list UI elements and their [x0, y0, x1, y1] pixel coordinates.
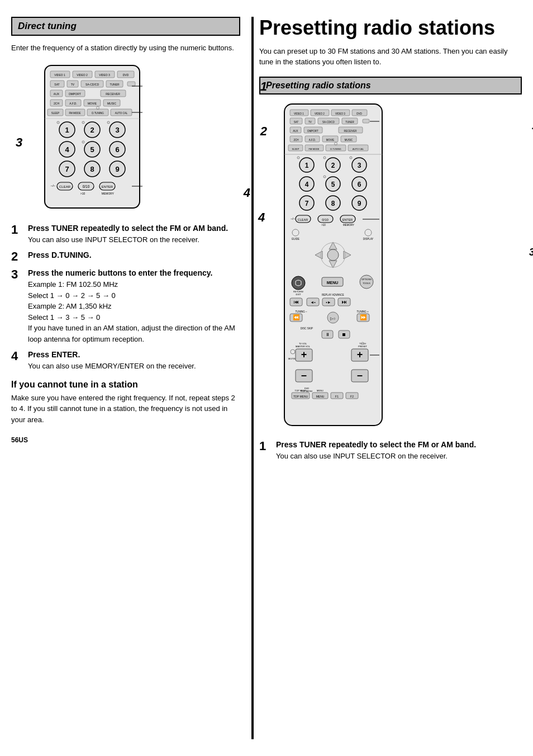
step-1-title: Press TUNER repeatedly to select the FM … [28, 224, 240, 233]
left-column: Direct tuning Enter the frequency of a s… [11, 17, 251, 739]
svg-text:–: – [301, 370, 307, 381]
svg-text:VIDEO 3: VIDEO 3 [335, 112, 345, 115]
step-4-body: You can also use MEMORY/ENTER on the rec… [28, 361, 240, 372]
page-title: Presetting radio stations [259, 17, 522, 39]
svg-text:AUX: AUX [54, 92, 60, 96]
svg-text:–: – [357, 370, 363, 381]
svg-text:–/–: –/– [51, 184, 56, 187]
svg-text:RECEIVER: RECEIVER [106, 92, 120, 96]
svg-text:7: 7 [65, 165, 69, 173]
right-step-1-num: 1 [259, 440, 266, 452]
page-number: 56US [11, 436, 240, 444]
svg-text:+: + [357, 349, 363, 360]
svg-text:DISC SKIP: DISC SKIP [301, 327, 313, 330]
svg-text:•►: •► [326, 300, 331, 304]
step-1-num: 1 [11, 224, 18, 236]
svg-text:2CH: 2CH [54, 102, 59, 105]
svg-text:MUSIC: MUSIC [345, 139, 353, 141]
svg-text:MENU: MENU [327, 281, 339, 285]
svg-text:9: 9 [358, 200, 361, 207]
sub-section-title: If you cannot tune in a station [11, 380, 240, 390]
svg-text:2CH: 2CH [293, 139, 298, 141]
svg-text:ENTER: ENTER [102, 185, 113, 188]
svg-text:TUNING +: TUNING + [356, 310, 368, 313]
svg-text:CLEAR: CLEAR [59, 185, 71, 188]
svg-text:⏮: ⏮ [294, 299, 299, 305]
svg-text:DMPORT: DMPORT [307, 130, 318, 133]
svg-text:AUX: AUX [293, 130, 298, 133]
step-4-num: 4 [11, 350, 18, 362]
svg-text:SA-CD/CD: SA-CD/CD [322, 121, 335, 124]
direct-tuning-header: Direct tuning [11, 17, 240, 36]
svg-text:EXIT: EXIT [296, 293, 301, 296]
svg-text:SLEEP: SLEEP [51, 112, 60, 115]
large-remote-diagram: VIDEO 1 VIDEO 2 VIDEO 3 DVD SAT TV SA-CD… [276, 101, 393, 431]
left-intro-text: Enter the frequency of a station directl… [11, 42, 240, 54]
presetting-header: Presetting radio stations [259, 77, 522, 94]
svg-text:4: 4 [305, 181, 309, 188]
step-4-title: Press ENTER. [28, 350, 240, 359]
svg-text:F2: F2 [350, 395, 354, 398]
sub-section-body: Make sure you have entered the right fre… [11, 393, 240, 426]
svg-text:VIDEO 1: VIDEO 1 [294, 112, 304, 115]
svg-text:OPTIONS: OPTIONS [361, 278, 372, 281]
step-4: 4 Press ENTER. You can also use MEMORY/E… [11, 350, 240, 372]
right-step-1-body: You can also use INPUT SELECTOR on the r… [276, 451, 522, 462]
svg-text:–/–: –/– [291, 217, 296, 220]
step-2-num: 2 [11, 251, 18, 263]
callout-label-3: 3 [16, 135, 22, 150]
svg-text:8: 8 [90, 165, 94, 173]
svg-text:◄•: ◄• [310, 300, 316, 304]
svg-text:0/10: 0/10 [322, 218, 329, 221]
svg-text:2: 2 [90, 126, 94, 134]
svg-text:MOVIE: MOVIE [326, 139, 335, 141]
svg-text:DISPLAY: DISPLAY [363, 238, 374, 240]
step-2: 2 Press D.TUNING. [11, 251, 240, 263]
right-callout-4: 4 [258, 210, 265, 225]
step-3-body: Example 1: FM 102.50 MHz Select 1 → 0 → … [28, 279, 240, 344]
svg-text:MEMORY: MEMORY [343, 224, 354, 226]
svg-text:5: 5 [90, 145, 94, 154]
svg-text:MUSIC: MUSIC [107, 102, 117, 105]
svg-text:D.TUNING: D.TUNING [330, 148, 341, 150]
svg-text:1: 1 [305, 162, 309, 169]
svg-text:DVD: DVD [123, 73, 129, 77]
svg-text:7: 7 [305, 200, 309, 207]
right-callout-35: 3,5 [529, 247, 533, 258]
svg-text:VIDEO 3: VIDEO 3 [99, 73, 110, 77]
svg-text:9: 9 [115, 165, 119, 173]
svg-text:TOP MENU: TOP MENU [293, 395, 308, 398]
svg-text:TUNING –: TUNING – [295, 310, 307, 313]
right-intro-text: You can preset up to 30 FM stations and … [259, 46, 522, 68]
svg-text:>10: >10 [80, 192, 85, 195]
callout-label-4: 4 [244, 186, 250, 200]
svg-text:0/10: 0/10 [83, 185, 90, 188]
svg-text:⏪: ⏪ [293, 314, 300, 321]
callout-label-2: 2 [260, 124, 267, 139]
svg-text:MEMORY: MEMORY [102, 192, 115, 195]
svg-text:FM MODE: FM MODE [69, 112, 80, 115]
step-1: 1 Press TUNER repeatedly to select the F… [11, 224, 240, 245]
svg-text:VIDEO 2: VIDEO 2 [315, 112, 325, 115]
callout-label-1: 1 [260, 79, 267, 94]
svg-text:D.TUNING: D.TUNING [92, 112, 104, 115]
svg-text:TOOLS: TOOLS [363, 282, 370, 285]
svg-text:ENTER: ENTER [342, 218, 353, 221]
svg-text:1: 1 [65, 126, 69, 134]
step-3-num: 3 [11, 268, 18, 281]
svg-text:6: 6 [358, 181, 361, 188]
svg-text:MENU: MENU [316, 395, 325, 398]
svg-point-159 [327, 249, 339, 261]
svg-text:SA-CD/CD: SA-CD/CD [85, 83, 99, 86]
step-3-title: Press the numeric buttons to enter the f… [28, 268, 240, 277]
svg-text:AUTO CAL: AUTO CAL [115, 112, 128, 115]
svg-text:A.F.D.: A.F.D. [69, 102, 77, 105]
svg-text:GUIDE: GUIDE [292, 238, 299, 240]
svg-text:TV: TV [71, 83, 75, 86]
svg-text:3: 3 [358, 162, 361, 169]
svg-text:2: 2 [331, 162, 335, 169]
svg-point-161 [292, 276, 305, 290]
svg-text:SAT: SAT [54, 83, 59, 86]
svg-rect-89 [363, 119, 369, 123]
svg-text:8: 8 [331, 200, 335, 207]
